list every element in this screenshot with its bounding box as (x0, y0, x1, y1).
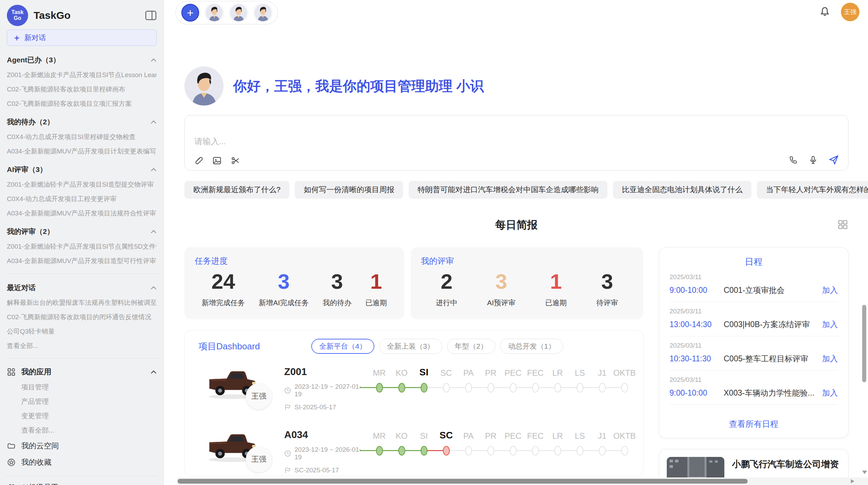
recent-chats-header[interactable]: 最近对话 (7, 283, 157, 293)
stat: 3新增AI完成任务 (259, 270, 309, 308)
milestone-dot-cell (569, 378, 591, 393)
event-title: C005-整车工程目标评审 (724, 353, 818, 364)
scroll-down-arrow[interactable] (862, 471, 867, 474)
divider (5, 273, 158, 274)
sidebar-task-item[interactable]: A034-全新新能源MUV产品开发项目计划变更表编写 (7, 147, 157, 156)
assistant-avatar-3[interactable] (254, 3, 272, 22)
new-chat-button[interactable]: ＋ 新对话 (7, 29, 157, 46)
sidebar-task-item[interactable]: Z001-全新燃油轻卡产品开发项目SI造型提交物评审 (7, 180, 157, 189)
scroll-right-arrow[interactable] (851, 479, 854, 483)
add-assistant-button[interactable]: + (181, 4, 199, 22)
dashboard-tab[interactable]: 全新上装（3） (379, 339, 442, 354)
user-avatar-badge[interactable]: 王强 (841, 3, 859, 21)
assistant-avatar-2[interactable] (229, 3, 248, 22)
suggestion-chip-4[interactable]: 比亚迪全固态电池计划具体说了什么 (613, 181, 751, 199)
suggestion-chip-3[interactable]: 特朗普可能对进口汽车增税会对中国车企造成哪些影响 (409, 181, 607, 199)
project-dates: 2023-12-19 ~ 2027-01-19 (284, 383, 368, 398)
sidebar-task-item[interactable]: C02-飞腾新能源轻客改款项目里程碑画布 (7, 85, 157, 94)
project-flag-milestone: SC-2025-05-17 (284, 467, 368, 474)
dashboard-tab[interactable]: 动总开发（1） (500, 339, 563, 354)
event-join-link[interactable]: 加入 (822, 388, 838, 398)
event-title: X003-车辆动力学性能验... (724, 388, 818, 398)
notification-bell-icon[interactable] (819, 6, 831, 18)
stat-value: 3 (278, 270, 289, 293)
milestone-label-OKTB: OKTB (613, 431, 636, 441)
divider (670, 405, 838, 405)
sidebar-tools: AI超级员工帮我写作创意制图 (7, 482, 157, 485)
suggestion-chip-1[interactable]: 欧洲新规最近颁布了什么? (184, 181, 289, 199)
recent-chat-item[interactable]: 公司Q3轻卡销量 (7, 327, 157, 336)
stat: 3我的待办 (323, 270, 351, 308)
chevron-up-icon (150, 286, 157, 290)
section-header[interactable]: AI评审（3） (7, 165, 157, 174)
chevron-up-icon (150, 229, 157, 234)
chat-input[interactable] (194, 135, 708, 150)
vertical-scrollbar (862, 27, 867, 476)
milestone-dot-cell (502, 378, 524, 393)
app-item[interactable]: 变更管理 (21, 411, 157, 420)
collapse-sidebar-icon[interactable] (145, 10, 157, 21)
my-apps-header[interactable]: 我的应用 (7, 367, 157, 377)
suggestion-chip-2[interactable]: 如何写一份清晰的项目周报 (295, 181, 403, 199)
view-all-apps-link[interactable]: 查看全部... (21, 426, 157, 435)
milestone-label-MR: MR (368, 368, 390, 378)
dashboard-tab[interactable]: 年型（2） (447, 339, 496, 354)
project-dashboard-card: 项目Dashboard 全新平台（4）全新上装（3）年型（2）动总开发（1） 王… (184, 330, 643, 476)
view-all-schedule-link[interactable]: 查看所有日程 (670, 419, 838, 431)
sidebar-item-favorites[interactable]: 我的收藏 (7, 457, 157, 468)
project-flag-text: SI-2025-05-17 (294, 403, 336, 411)
flag-icon (284, 467, 291, 474)
event-time: 9:00-10:00 (670, 286, 724, 295)
dashboard-tab[interactable]: 全新平台（4） (311, 339, 374, 354)
milestone-dot-PEC (510, 383, 517, 393)
recent-chat-item[interactable]: 解释最新出台的欧盟报废车法规再生塑料比例被调至15%... (7, 298, 157, 307)
attachment-icon[interactable] (194, 156, 203, 165)
sidebar-task-item[interactable]: Z001-全新燃油轻卡产品开发项目SI节点属性5D文件评审 (7, 242, 157, 251)
event-join-link[interactable]: 加入 (822, 319, 838, 330)
event-time: 13:00-14:30 (670, 320, 724, 329)
sidebar-task-item[interactable]: Z001-全新燃油皮卡产品开发项目SI节点Lesson Learn报告 (7, 71, 157, 79)
section-header[interactable]: 我的评审（2） (7, 227, 157, 236)
milestone-dot-SI (421, 383, 427, 393)
sidebar-task-item[interactable]: C02-飞腾新能源轻客改款项目立项汇报方案 (7, 99, 157, 108)
view-all-chats-link[interactable]: 查看全部... (7, 341, 157, 350)
milestone-dot-cell (546, 378, 569, 393)
milestone-label-J1: J1 (591, 431, 613, 441)
microphone-icon[interactable] (808, 155, 818, 165)
event-join-link[interactable]: 加入 (822, 353, 838, 364)
sidebar-item-cloud-space[interactable]: 我的云空间 (7, 441, 157, 451)
app-item[interactable]: 产品管理 (21, 397, 157, 406)
project-row[interactable]: 王强A0342023-12-19 ~ 2026-01-19SC-2025-05-… (194, 428, 636, 476)
suggestion-chip-5[interactable]: 当下年轻人对汽车外观有怎样的喜好趋势 (757, 181, 868, 199)
layout-grid-icon[interactable] (837, 219, 848, 229)
horizontal-scrollbar-thumb[interactable] (178, 479, 748, 484)
section-header[interactable]: 我的待办（2） (7, 117, 157, 127)
scissors-icon[interactable] (231, 156, 240, 165)
phone-call-icon[interactable] (788, 155, 798, 165)
milestone-dot-cell (390, 441, 413, 456)
project-row[interactable]: 王强Z0012023-12-19 ~ 2027-01-19SI-2025-05-… (194, 365, 636, 417)
image-icon[interactable] (212, 156, 222, 165)
chevron-up-icon (150, 58, 157, 62)
event-join-link[interactable]: 加入 (822, 285, 838, 296)
flag-icon (284, 404, 291, 411)
logo-line2: Go (14, 15, 21, 21)
sidebar-task-item[interactable]: C0X4-动力总成开发项目SI里程碑提交物检查 (7, 133, 157, 141)
topbar-right: 王强 (819, 3, 859, 21)
stat-label: 已逾期 (365, 298, 387, 308)
send-icon[interactable] (828, 154, 839, 165)
milestone-label-PEC: PEC (502, 368, 524, 378)
assistant-avatar-1[interactable] (205, 3, 224, 22)
milestone-label-PEC: PEC (502, 431, 524, 441)
vertical-scrollbar-thumb[interactable] (862, 305, 866, 382)
milestone-dot-FEC (532, 383, 539, 393)
assistant-avatar-illustration (184, 66, 224, 105)
sidebar-task-item[interactable]: A034-全新新能源MUV产品开发项目造型可行性评审 (7, 257, 157, 265)
app-item[interactable]: 项目管理 (21, 383, 157, 391)
sidebar-task-item[interactable]: A034-全新新能源MUV产品开发项目法规符合性评审 (7, 209, 157, 217)
sidebar-item-ai-staff[interactable]: AI超级员工 (7, 482, 157, 485)
recent-chat-item[interactable]: C02-飞腾新能源轻客改款项目的闭环通告反馈情况 (7, 313, 157, 321)
milestone-label-J1: J1 (591, 368, 613, 378)
section-header[interactable]: Agent已办（3） (7, 55, 157, 65)
sidebar-task-item[interactable]: C0X4-动力总成开发项目工程变更评审 (7, 195, 157, 203)
